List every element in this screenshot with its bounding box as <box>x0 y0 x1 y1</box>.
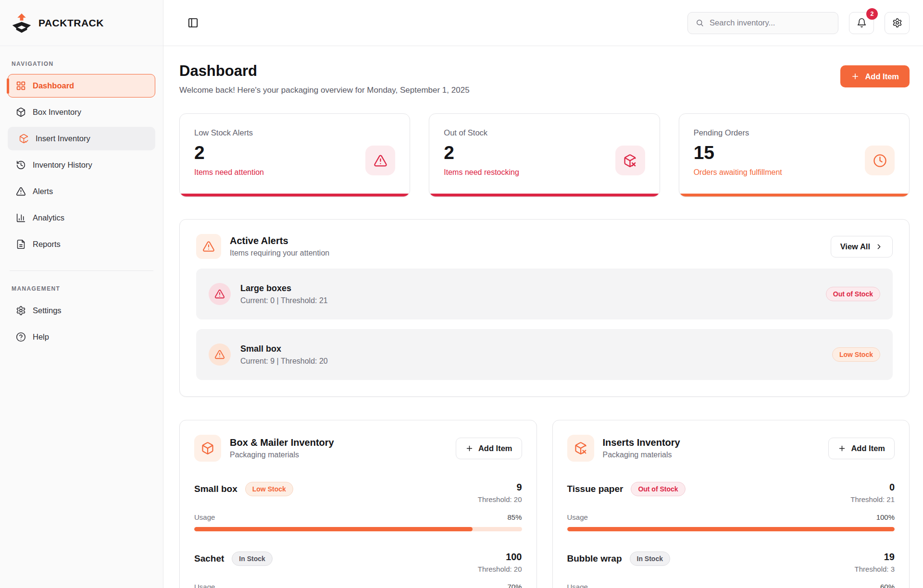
nav-section-label: NAVIGATION <box>0 61 163 67</box>
sidebar-item-label: Analytics <box>33 213 64 222</box>
item-quantity: 19 <box>855 551 895 563</box>
stat-card-out-of-stock[interactable]: Out of Stock 2 Items need restocking <box>429 113 660 197</box>
search-input[interactable] <box>710 18 830 27</box>
bell-icon <box>857 18 867 28</box>
inventory-item-tissue-paper[interactable]: Tissue paper Out of Stock 0 Threshold: 2… <box>567 482 895 531</box>
plus-icon <box>838 444 846 453</box>
sidebar-item-settings[interactable]: Settings <box>8 299 155 322</box>
item-threshold: Threshold: 20 <box>478 565 522 573</box>
card-header: Inserts Inventory Packaging materials Ad… <box>567 435 895 462</box>
page-subtitle: Welcome back! Here's your packaging over… <box>179 86 470 95</box>
box-check-icon <box>19 134 29 144</box>
alert-item-name: Large boxes <box>240 283 328 294</box>
sidebar-item-label: Insert Inventory <box>36 134 90 143</box>
sidebar-item-alerts[interactable]: Alerts <box>8 180 155 203</box>
item-name: Bubble wrap <box>567 553 622 564</box>
status-badge: Low Stock <box>832 347 880 362</box>
alert-row-large-boxes[interactable]: Large boxes Current: 0 | Threshold: 21 O… <box>196 269 893 319</box>
help-circle-icon <box>16 332 26 342</box>
item-name: Tissue paper <box>567 484 624 494</box>
sidebar-divider <box>10 270 153 271</box>
usage-progress-fill <box>567 527 895 531</box>
inventory-item-bubble-wrap[interactable]: Bubble wrap In Stock 19 Threshold: 3 Usa… <box>567 551 895 588</box>
chevron-right-icon <box>875 243 883 251</box>
panel-left-icon <box>187 17 199 28</box>
usage-percent: 60% <box>880 583 895 588</box>
stat-card-low-stock[interactable]: Low Stock Alerts 2 Items need attention <box>179 113 410 197</box>
item-quantity: 9 <box>478 482 522 493</box>
box-icon <box>194 435 221 462</box>
plus-icon <box>851 72 860 81</box>
status-badge: Out of Stock <box>826 287 880 301</box>
stat-value: 2 <box>444 142 519 163</box>
stat-card-pending-orders[interactable]: Pending Orders 15 Orders awaiting fulfil… <box>679 113 910 197</box>
stat-caption: Items need restocking <box>444 168 519 177</box>
usage-percent: 100% <box>876 513 895 521</box>
sidebar-toggle-button[interactable] <box>185 15 201 31</box>
sidebar-item-dashboard[interactable]: Dashboard <box>8 74 155 98</box>
add-item-button[interactable]: Add Item <box>840 65 910 87</box>
alert-item-name: Small box <box>240 344 328 354</box>
usage-label: Usage <box>567 513 588 521</box>
alert-item-detail: Current: 0 | Threshold: 21 <box>240 296 328 305</box>
alert-row-small-box[interactable]: Small box Current: 9 | Threshold: 20 Low… <box>196 329 893 380</box>
alert-item-detail: Current: 9 | Threshold: 20 <box>240 357 328 366</box>
add-item-label: Add Item <box>865 72 899 81</box>
view-all-button[interactable]: View All <box>831 236 893 257</box>
management-list: Settings Help <box>0 299 163 349</box>
item-name: Sachet <box>194 553 224 564</box>
clock-icon <box>865 146 895 175</box>
status-badge: Low Stock <box>245 482 293 496</box>
stat-label: Pending Orders <box>694 128 782 137</box>
card-subtitle: Packaging materials <box>230 451 334 459</box>
box-x-icon <box>615 146 645 175</box>
active-indicator <box>7 78 9 94</box>
logo: PACKTRACK <box>0 0 163 46</box>
usage-percent: 70% <box>507 583 522 588</box>
add-item-button[interactable]: Add Item <box>828 438 895 459</box>
sidebar-item-insert-inventory[interactable]: Insert Inventory <box>8 127 155 150</box>
packtrack-logo-icon <box>12 13 32 33</box>
usage-label: Usage <box>567 583 588 588</box>
active-alerts-title: Active Alerts <box>230 235 329 246</box>
alert-triangle-icon <box>209 343 231 366</box>
sidebar-item-reports[interactable]: Reports <box>8 233 155 256</box>
add-item-button[interactable]: Add Item <box>456 438 522 459</box>
active-alerts-header: Active Alerts Items requiring your atten… <box>196 234 893 259</box>
bar-chart-icon <box>16 213 26 223</box>
active-alerts-card: Active Alerts Items requiring your atten… <box>179 219 910 397</box>
add-item-label: Add Item <box>851 444 885 453</box>
document-icon <box>16 239 26 249</box>
inventory-item-sachet[interactable]: Sachet In Stock 100 Threshold: 20 Usage … <box>194 551 522 588</box>
stat-accent-bar <box>180 194 410 196</box>
stats-row: Low Stock Alerts 2 Items need attention … <box>179 113 910 197</box>
stat-accent-bar <box>679 194 909 196</box>
item-quantity: 0 <box>850 482 895 493</box>
sidebar-item-label: Reports <box>33 240 61 249</box>
item-threshold: Threshold: 21 <box>850 495 895 503</box>
sidebar-item-inventory-history[interactable]: Inventory History <box>8 153 155 177</box>
notifications-button[interactable]: 2 <box>849 12 874 34</box>
settings-button[interactable] <box>885 12 910 34</box>
item-threshold: Threshold: 3 <box>855 565 895 573</box>
notification-count-badge: 2 <box>866 8 878 20</box>
nav-list: Dashboard Box Inventory Insert Inventory… <box>0 74 163 256</box>
app-name: PACKTRACK <box>38 17 104 29</box>
search-box[interactable] <box>687 12 838 34</box>
inventory-item-small-box[interactable]: Small box Low Stock 9 Threshold: 20 Usag… <box>194 482 522 531</box>
box-icon <box>16 107 26 117</box>
stat-value: 15 <box>694 142 782 163</box>
sidebar-item-box-inventory[interactable]: Box Inventory <box>8 100 155 124</box>
usage-percent: 85% <box>507 513 522 521</box>
usage-progress-bar <box>194 527 522 531</box>
sidebar-item-help[interactable]: Help <box>8 325 155 349</box>
plus-icon <box>465 444 474 453</box>
stat-caption: Items need attention <box>194 168 264 177</box>
sidebar-item-label: Dashboard <box>33 81 74 90</box>
alert-triangle-icon <box>365 146 395 175</box>
status-badge: In Stock <box>232 551 272 566</box>
usage-label: Usage <box>194 583 215 588</box>
card-subtitle: Packaging materials <box>603 451 680 459</box>
sidebar-item-label: Box Inventory <box>33 108 81 117</box>
sidebar-item-analytics[interactable]: Analytics <box>8 206 155 230</box>
